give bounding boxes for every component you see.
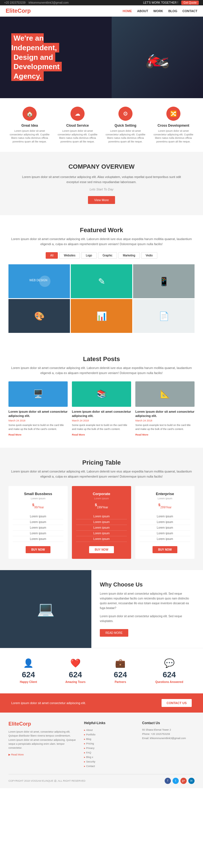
- partners-icon: 💼: [114, 658, 127, 668]
- read-more-3[interactable]: Read More: [135, 433, 148, 436]
- get-quote-link[interactable]: Get Quote: [181, 1, 199, 5]
- link-portfolio[interactable]: Portfolio: [84, 732, 136, 737]
- feature-title-3: Quick Setting: [104, 124, 147, 127]
- logo: EliteCorp: [6, 8, 31, 14]
- stat-label-3: Partners: [114, 680, 127, 683]
- plan-feature: Lorem ipsum: [140, 531, 190, 536]
- twitter-icon[interactable]: t: [173, 778, 179, 784]
- nav-work[interactable]: WORK: [154, 9, 163, 13]
- linkedin-icon[interactable]: in: [188, 778, 195, 784]
- work-item-5[interactable]: 📊: [71, 299, 132, 333]
- feature-title-4: Cross Development: [152, 124, 195, 127]
- plan-name-enterprise: Enterprise: [140, 492, 190, 496]
- why-choose-image: 💻: [0, 570, 91, 648]
- feature-great-idea: 🏠 Great Idea Lorem ipsum dolor sit amet …: [6, 106, 54, 143]
- feature-desc-1: Lorem ipsum dolor sit amet consectetur a…: [8, 129, 51, 143]
- hero-line2-highlight: Development: [11, 62, 62, 71]
- feature-title-2: Cloud Service: [57, 124, 99, 127]
- hero-bike-icon: 🏍️: [145, 46, 170, 69]
- social-icons: f t g+ in: [165, 778, 195, 784]
- read-more-2[interactable]: Read More: [72, 433, 85, 436]
- top-bar: +20 1915753159 khkommunemtlink3@gmail.co…: [0, 0, 203, 5]
- overview-desc: Lorem ipsum dolor sit amet consectetur a…: [17, 175, 186, 185]
- nav-contact[interactable]: CONTACT: [182, 9, 197, 13]
- work-item-1[interactable]: WEB DESIGN: [8, 264, 70, 298]
- plan-feature: Lorem ipsum: [76, 514, 127, 519]
- plan-name-corporate: Corporate: [76, 492, 127, 496]
- nav-about[interactable]: ABOUT: [137, 9, 148, 13]
- work-img-2: ✎: [71, 264, 132, 298]
- questions-icon: 💬: [155, 658, 183, 668]
- filter-logo[interactable]: Logo: [81, 252, 96, 259]
- quick-setting-icon: ⚙: [119, 106, 133, 121]
- post-title-3: Lorem ipsum dolor sit amet consectetur a…: [135, 410, 195, 418]
- link-blog-x[interactable]: Blog x: [84, 755, 136, 760]
- featured-work-section: Featured Work Lorem ipsum dolor sit amet…: [0, 215, 203, 344]
- plan-feature: Lorem ipsum: [76, 531, 127, 536]
- post-item-3: 📐 Lorem ipsum dolor sit amet consectetur…: [135, 381, 195, 437]
- contact-us-button[interactable]: CONTACT US: [162, 699, 192, 707]
- pricing-desc: Lorem ipsum dolor sit amet consectetur a…: [8, 469, 195, 479]
- link-pricing[interactable]: Pricing: [84, 741, 136, 746]
- post-excerpt-1: Some quick example text to build on the …: [8, 424, 68, 431]
- post-item-1: 🖥️ Lorem ipsum dolor sit amet consectetu…: [8, 381, 68, 437]
- link-security[interactable]: Security: [84, 760, 136, 764]
- plan-name-small: Small Bussbess: [13, 492, 63, 496]
- footer-email: Email: khkommunemtlink3@gmail.com: [142, 736, 195, 741]
- post-thumb-1: 🖥️: [8, 381, 68, 407]
- facebook-icon[interactable]: f: [165, 778, 171, 784]
- buy-now-corporate-button[interactable]: BUY NOW: [89, 546, 114, 553]
- filter-all[interactable]: All: [46, 252, 58, 259]
- plan-feature: Lorem ipsum: [76, 525, 127, 531]
- link-contact[interactable]: Contact: [84, 764, 136, 768]
- buy-now-enterprise-button[interactable]: BUY NOW: [153, 546, 177, 553]
- link-blog[interactable]: Blog: [84, 737, 136, 741]
- amazing-tours-icon: ❤️: [65, 658, 86, 668]
- work-item-4[interactable]: 🎨: [8, 299, 70, 333]
- filter-marketing[interactable]: Marketing: [119, 252, 140, 259]
- read-more-1[interactable]: Read More: [8, 433, 22, 436]
- overview-view-more-button[interactable]: View More: [88, 196, 115, 204]
- why-choose-section: 💻 Why Choose Us Lorem ipsum dolor sit am…: [0, 570, 203, 648]
- cta-banner: Lorem ipsum dolor sit amet consectetur a…: [0, 693, 203, 713]
- plan-price-enterprise: $299/Year: [140, 503, 190, 510]
- filter-websites[interactable]: Websites: [59, 252, 80, 259]
- helpful-links-title: Helpful-Links: [84, 721, 136, 725]
- plan-price-small: $99/Year: [13, 503, 63, 510]
- plan-features-small: Lorem ipsum Lorem ipsum Lorem ipsum Lore…: [13, 514, 63, 542]
- link-about[interactable]: About: [84, 728, 136, 732]
- pricing-grid: Small Bussbess Lorem ipsum $99/Year Lore…: [8, 486, 195, 559]
- work-item-3[interactable]: 📱: [133, 264, 195, 298]
- footer-about-text: Lorem ipsum dolor sit amet, consectetur …: [8, 730, 78, 750]
- work-item-2[interactable]: ✎: [71, 264, 132, 298]
- link-privacy[interactable]: Privacy: [84, 746, 136, 750]
- read-more-button[interactable]: READ MORE: [100, 629, 128, 637]
- stat-amazing-tours: ❤️ 624 Amazing Tours: [65, 658, 86, 683]
- filter-vedio[interactable]: Vedio: [141, 252, 157, 259]
- nav-home[interactable]: HOME: [123, 9, 132, 13]
- overview-section: COMPANY OVERVIEW Lorem ipsum dolor sit a…: [0, 152, 203, 215]
- pricing-card-enterprise: Enterprise Lorem ipsum $299/Year Lorem i…: [135, 486, 195, 559]
- plan-feature: Lorem ipsum: [76, 536, 127, 542]
- cross-dev-icon: 🔀: [166, 106, 180, 121]
- buy-now-small-button[interactable]: BUY NOW: [26, 546, 50, 553]
- hero-line2-plain: Design and: [11, 53, 55, 62]
- overview-subtitle: Lets Start To Day: [17, 187, 186, 192]
- work-item-6[interactable]: 📄: [133, 299, 195, 333]
- google-plus-icon[interactable]: g+: [180, 778, 187, 784]
- why-choose-title: Why Choose Us: [100, 581, 195, 588]
- plan-feature: Lorem ipsum: [140, 525, 190, 531]
- nav-blog[interactable]: BLOG: [168, 9, 177, 13]
- post-excerpt-2: Some quick example text to build on the …: [72, 424, 131, 431]
- svg-point-1: [39, 276, 50, 287]
- feature-cross-dev: 🔀 Cross Development Lorem ipsum dolor si…: [149, 106, 197, 143]
- laptop-icon: 💻: [37, 601, 55, 617]
- great-idea-icon: 🏠: [23, 106, 37, 121]
- footer-read-more-link[interactable]: ▶ Read More: [8, 753, 24, 756]
- post-date-2: March 24 2018: [72, 419, 131, 422]
- filter-graphic[interactable]: Graphic: [98, 252, 117, 259]
- link-faq[interactable]: FAQ: [84, 750, 136, 755]
- plan-feature: Lorem ipsum: [140, 536, 190, 542]
- work-img-5: 📊: [71, 299, 132, 333]
- footer-bottom: COPYRIGHT 2018 VOSSAM ELINQUE @, ALL RIG…: [8, 774, 195, 784]
